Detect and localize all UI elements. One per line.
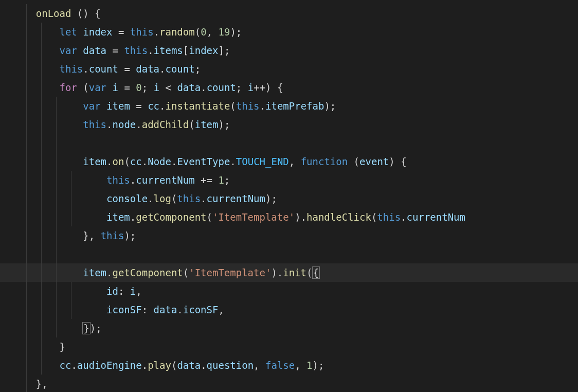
line-content: id: i, [12,286,142,297]
code-token: i [248,82,254,93]
code-token: event [359,156,389,167]
code-token: init [283,267,306,278]
code-token: . [71,360,77,371]
code-token: ( [207,211,212,223]
code-line[interactable]: var data = this.items[index]; [0,41,578,60]
code-line[interactable] [0,245,578,263]
code-token: node [113,119,136,130]
code-token [101,100,106,112]
code-token: . [142,360,148,371]
code-token: item [83,156,106,167]
code-token: onLoad [36,8,71,19]
line-content: for (var i = 0; i < data.count; i++) { [12,82,283,93]
code-token [124,286,130,297]
code-token: { [401,156,406,167]
code-token: getComponent [136,211,206,223]
code-token: i [113,82,118,93]
code-token: ) [324,100,330,112]
line-content: } [12,341,65,352]
code-token: Node [148,156,171,167]
line-content: }, [12,378,48,389]
code-line[interactable]: } [0,337,578,356]
code-line[interactable]: console.log(this.currentNum); [0,189,578,208]
code-line[interactable]: }); [0,319,578,337]
code-token: ; [236,26,242,38]
code-line[interactable]: id: i, [0,282,578,300]
code-line[interactable] [0,134,578,152]
code-token: audioEngine [77,360,142,371]
code-token: this [106,174,130,186]
code-token: data [177,82,201,93]
code-token: ; [236,82,248,93]
code-line[interactable]: item.getComponent('ItemTemplate').handle… [0,208,578,226]
code-token: ) [83,8,88,19]
code-line[interactable]: this.count = data.count; [0,60,578,78]
code-token: ) [265,82,271,93]
code-token: ; [195,63,201,75]
code-token: this [101,230,124,241]
code-token: var [60,45,77,56]
code-token: ( [230,100,236,112]
code-token: . [106,156,112,167]
code-token: [ [183,45,189,56]
code-token: 'ItemTemplate' [189,267,271,278]
code-line[interactable]: var item = cc.instantiate(this.itemPrefa… [0,97,578,115]
code-line[interactable]: let index = this.random(0, 19); [0,23,578,41]
code-token [395,156,401,167]
code-token: . [260,100,265,112]
code-token [148,304,153,315]
code-token: ; [130,230,136,241]
code-token: random [159,26,195,38]
code-token: item [195,119,219,130]
code-token: . [154,26,159,38]
code-token: { [95,8,100,19]
line-content: let index = this.random(0, 19); [12,26,242,38]
code-line[interactable]: this.currentNum += 1; [0,171,578,189]
code-token: . [401,211,406,223]
code-token: ( [189,119,194,130]
code-line[interactable]: item.getComponent('ItemTemplate').init({ [0,263,578,282]
code-line[interactable]: item.on(cc.Node.EventType.TOUCH_END, fun… [0,152,578,171]
code-token: 'ItemTemplate' [212,211,295,223]
code-token: ) [271,267,277,278]
line-content [12,248,83,260]
code-line[interactable]: onLoad () { [0,4,578,23]
code-token: TOUCH_END [236,156,289,167]
code-line[interactable]: iconSF: data.iconSF, [0,300,578,319]
code-token: ( [124,156,130,167]
code-editor[interactable]: onLoad () { let index = this.random(0, 1… [0,0,578,392]
code-token: . [277,267,283,278]
code-token: < [159,82,177,93]
code-token: EventType [177,156,230,167]
code-token: function [301,156,348,167]
code-token: data [154,304,177,315]
code-token: ) [124,230,130,241]
code-line[interactable]: for (var i = 0; i < data.count; i++) { [0,78,578,97]
code-token: data [136,63,159,75]
line-content: console.log(this.currentNum); [12,193,277,204]
code-token: 19 [218,26,230,38]
code-token: let [60,26,77,38]
code-token: var [83,100,100,112]
code-token: = [106,45,124,56]
code-line[interactable]: }, this); [0,226,578,245]
code-token: false [265,360,295,371]
line-content: this.count = data.count; [12,63,201,75]
code-token: instantiate [166,100,230,112]
code-token: ) [295,211,300,223]
code-token: index [83,26,112,38]
code-token: : [118,286,124,297]
code-token: this [177,193,201,204]
code-token: } [36,378,42,389]
code-line[interactable]: this.node.addChild(item); [0,115,578,134]
code-token: , [218,304,224,315]
code-token: data [83,45,106,56]
code-token: . [230,156,236,167]
code-token: . [106,119,112,130]
code-line[interactable]: }, [0,375,578,392]
code-token: this [124,45,148,56]
code-token: , [136,286,141,297]
code-token: ) [90,323,96,334]
code-token: play [148,360,171,371]
code-line[interactable]: cc.audioEngine.play(data.question, false… [0,356,578,375]
